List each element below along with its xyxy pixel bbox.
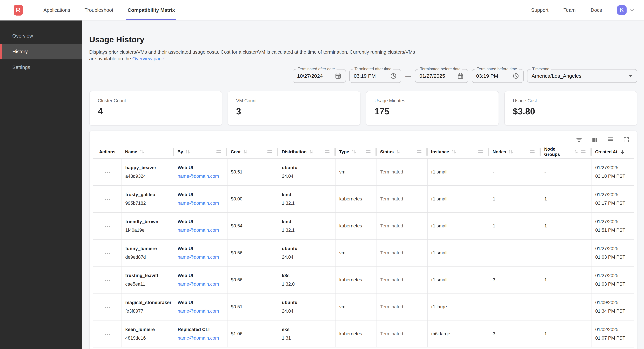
column-label: Name [125,149,137,155]
timezone-field[interactable]: TimezoneAmerica/Los_Angeles [527,69,637,83]
row-actions-button[interactable] [104,171,110,175]
stat-card-vm-count: VM Count3 [228,91,361,125]
actions-cell [93,212,122,239]
terminated-before-time-field[interactable]: Terminated before time03:19 PM [472,69,524,83]
tab-troubleshoot[interactable]: Troubleshoot [84,0,113,20]
created-by-email-link[interactable]: name@domain.com [178,174,219,179]
instance-value: m6i.large [431,331,450,336]
created-time: 03:18 PM PST [595,173,631,179]
column-header-nodes[interactable]: Nodes [489,145,541,158]
column-drag-handle[interactable] [366,150,370,153]
stat-card-usage-cost: Usage Cost$3.80 [504,91,637,125]
status-value: Terminated [380,250,403,255]
row-actions-button[interactable] [104,333,110,337]
by-cell: Web UIname@domain.com [174,212,227,239]
column-header-instance[interactable]: Instance [428,145,489,158]
column-header-cost[interactable]: Cost [227,145,278,158]
nodes-value: 1 [493,223,495,228]
overview-page-link[interactable]: Overview page [132,56,164,61]
terminated-after-date-field[interactable]: Terminated after date10/27/2024 [292,69,346,83]
table-row: happy_beavera48d9324Web UIname@domain.co… [93,158,634,185]
page-title: Usage History [89,35,637,44]
app-logo[interactable]: R [14,4,23,15]
column-header-name[interactable]: Name [122,145,174,158]
nodes-cell: - [489,293,541,320]
tab-applications[interactable]: Applications [44,0,70,20]
nav-link-team[interactable]: Team [564,7,576,13]
created-by-email-link[interactable]: name@domain.com [178,309,219,314]
cluster-id: de9ed87d [125,254,170,260]
density-button[interactable] [607,136,614,144]
row-actions-button[interactable] [104,225,110,229]
column-header-distribution[interactable]: Distribution [278,145,336,158]
column-header-type[interactable]: Type [336,145,377,158]
column-header-node-groups[interactable]: Node Groups [541,145,592,158]
column-label: Actions [99,149,115,155]
by-cell: Web UIname@domain.com [174,266,227,293]
distribution-version: 1.31 [282,335,332,341]
tab-compatibility-matrix[interactable]: Compatibility Matrix [128,0,175,20]
created-by-email-link[interactable]: name@domain.com [178,336,219,341]
column-header-by[interactable]: By [174,145,227,158]
cost-value: $0.66 [231,277,242,282]
created-by-email-link[interactable]: name@domain.com [178,228,219,233]
page-description: Displays prior clusters/VMs and their as… [89,49,417,62]
created-time: 01:34 PM PST [595,308,631,314]
row-actions-button[interactable] [104,279,110,283]
type-value: kubernetes [339,277,362,282]
created-date: 01/27/2025 [595,165,631,171]
sort-arrows-icon [139,149,144,154]
field-label: Terminated after date [296,67,336,71]
column-header-status[interactable]: Status [377,145,428,158]
column-drag-handle[interactable] [581,150,586,153]
column-drag-handle[interactable] [216,150,221,153]
created-time: 01:03 PM PST [595,254,631,260]
sidebar-item-overview[interactable]: Overview [0,28,82,44]
fullscreen-icon [622,136,630,144]
column-drag-handle[interactable] [267,150,272,153]
row-actions-button[interactable] [104,306,110,310]
sidebar-item-settings[interactable]: Settings [0,59,82,75]
sorted-desc-icon [620,149,625,155]
instance-value: r1.small [431,196,448,201]
calendar-icon [335,72,342,79]
nav-link-support[interactable]: Support [531,7,548,13]
stat-value: $3.80 [513,106,629,116]
clock-icon [512,72,519,79]
show-hide-columns-button[interactable] [591,136,598,144]
status-value: Terminated [380,169,403,174]
user-menu[interactable]: K [617,5,635,15]
column-drag-handle[interactable] [530,150,534,153]
filter-button[interactable] [575,136,583,144]
created-by-email-link[interactable]: name@domain.com [178,282,219,287]
column-drag-handle[interactable] [417,150,422,153]
cost-cell: $0.00 [227,185,278,212]
created-at-cell: 01/09/202501:34 PM PST [592,293,634,320]
column-label: Cost [231,149,241,155]
stat-card-usage-minutes: Usage Minutes175 [366,91,499,125]
cost-value: $1.06 [231,331,242,336]
terminated-after-time-field[interactable]: Terminated after time03:19 PM [349,69,401,83]
created-by-email-link[interactable]: name@domain.com [178,201,219,206]
row-actions-button[interactable] [104,198,110,202]
terminated-before-date-field[interactable]: Terminated before date01/27/2025 [415,69,468,83]
nodes-value: - [493,250,494,255]
cost-cell: $0.54 [227,212,278,239]
column-drag-handle[interactable] [478,150,483,153]
sidebar-item-history[interactable]: History [0,44,82,59]
created-by-email-link[interactable]: name@domain.com [178,255,219,260]
type-value: kubernetes [339,331,362,336]
column-drag-handle[interactable] [325,150,330,153]
cluster-name: funny_lumiere [125,246,170,252]
distribution-version: 1.32.1 [282,227,332,233]
cost-value: $0.51 [231,169,242,174]
row-actions-button[interactable] [104,252,110,256]
created-date: 01/27/2025 [595,246,631,252]
stats-row: Cluster Count4VM Count3Usage Minutes175U… [89,91,637,125]
field-value: 03:19 PM [476,73,498,79]
nav-link-docs[interactable]: Docs [591,7,602,13]
column-header-created-at[interactable]: Created At [592,145,634,158]
node-groups-value: 1 [544,277,547,282]
fullscreen-button[interactable] [622,136,630,144]
table-row: frosty_galileo995b7182Web UIname@domain.… [93,185,634,212]
